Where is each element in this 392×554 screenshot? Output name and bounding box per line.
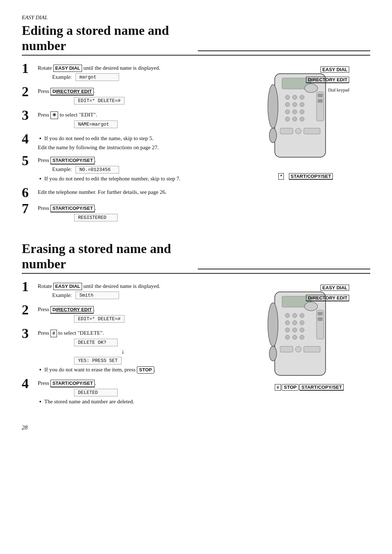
edit-step-6: 6 Edit the telephone number. For further… <box>22 187 230 199</box>
svg-rect-29 <box>318 317 323 321</box>
erase-step-3-display2: YES: PRESS SET <box>74 357 230 364</box>
edit-step-1-text: Rotate EASY DIAL until the desired name … <box>38 64 230 72</box>
edit-diagram-col: EASY DIAL DIRECTORY EDIT Dial keypad <box>237 63 370 227</box>
erase-diagram-col: EASY DIAL DIRECTORY EDIT <box>237 281 370 410</box>
edit-step-6-text: Edit the telephone number. For further d… <box>38 188 230 196</box>
erase-display-2: EDIT=* DELETE=# <box>74 315 124 323</box>
erase-step-2-content: Press DIRECTORY EDIT. EDIT=* DELETE=# <box>38 304 230 324</box>
erase-step-2: 2 Press DIRECTORY EDIT. EDIT=* DELETE=# <box>22 304 230 324</box>
svg-rect-28 <box>318 312 323 315</box>
svg-point-16 <box>285 117 290 121</box>
erase-step-3: 3 Press # to select "DELETE". DELETE OK?… <box>22 328 230 374</box>
start-copy-set-erase-label-box: START/COPY/SET <box>299 384 344 391</box>
edit-step-2: 2 Press DIRECTORY EDIT. EDIT=* DELETE=# <box>22 86 230 106</box>
edit-step-1-example: Example: margot <box>52 73 230 81</box>
svg-point-2 <box>269 128 277 143</box>
easy-dial-button-ref: EASY DIAL <box>53 65 82 72</box>
edit-step-7-text: Press START/COPY/SET. <box>38 204 230 212</box>
svg-point-1 <box>268 85 278 128</box>
svg-point-30 <box>285 313 290 318</box>
edit-step-3-display: NAME=margot <box>74 121 230 128</box>
stop-button-ref-inline: STOP <box>137 366 154 374</box>
erase-display-4: DELETED <box>74 389 118 396</box>
erase-step-2-text: Press DIRECTORY EDIT. <box>38 306 230 314</box>
erase-steps-col: 1 Rotate EASY DIAL until the desired nam… <box>22 281 230 410</box>
svg-point-10 <box>285 102 290 107</box>
edit-step-3-num: 3 <box>22 108 38 122</box>
edit-step-1: 1 Rotate EASY DIAL until the desired nam… <box>22 63 230 82</box>
easy-dial-ref-erase1: EASY DIAL <box>53 283 82 290</box>
edit-step-7-content: Press START/COPY/SET. REGISTERED <box>38 203 230 223</box>
svg-point-36 <box>285 328 290 332</box>
erase-step-2-num: 2 <box>22 303 38 317</box>
svg-point-38 <box>300 328 304 332</box>
svg-point-7 <box>285 95 290 99</box>
erase-phone-diagram: EASY DIAL DIRECTORY EDIT <box>260 285 347 391</box>
edit-step-3: 3 Press ✳ to select "EDIT". NAME=margot <box>22 110 230 129</box>
svg-point-43 <box>295 346 301 352</box>
svg-rect-6 <box>318 99 323 103</box>
erase-step-4-text: Press START/COPY/SET. <box>38 379 230 387</box>
erase-phone-svg <box>260 288 333 390</box>
stop-label-box: STOP <box>282 384 299 391</box>
hash-label-box: # <box>275 384 281 391</box>
svg-point-24 <box>268 303 278 346</box>
erase-display-3a: DELETE OK? <box>74 339 118 346</box>
edit-step-1-content: Rotate EASY DIAL until the desired name … <box>38 63 230 82</box>
erase-display-3b: YES: PRESS SET <box>74 357 122 364</box>
edit-step-7: 7 Press START/COPY/SET. REGISTERED <box>22 203 230 223</box>
edit-example-value-1: margot <box>75 73 119 81</box>
erase-step-2-display: EDIT=* DELETE=# <box>74 315 230 323</box>
edit-section-title: Editing a stored name and number <box>22 23 370 56</box>
erase-step-4-content: Press START/COPY/SET. DELETED The stored… <box>38 378 230 406</box>
edit-display-3: NAME=margot <box>74 121 118 128</box>
edit-step-3-content: Press ✳ to select "EDIT". NAME=margot <box>38 110 230 129</box>
easy-dial-label-box: EASY DIAL <box>320 66 349 73</box>
edit-step-2-text: Press DIRECTORY EDIT. <box>38 87 230 95</box>
edit-step-3-text: Press ✳ to select "EDIT". <box>38 111 230 119</box>
erase-section-container: 1 Rotate EASY DIAL until the desired nam… <box>22 281 370 410</box>
easy-dial-diagram-label: EASY DIAL <box>320 66 349 73</box>
dir-edit-diagram-label-erase: DIRECTORY EDIT <box>306 295 349 301</box>
hash-button-ref: # <box>50 330 57 337</box>
erase-step-3-arrow: ↓ <box>74 348 230 355</box>
edit-phone-diagram: EASY DIAL DIRECTORY EDIT Dial keypad <box>260 66 347 180</box>
svg-rect-5 <box>318 94 323 97</box>
svg-point-20 <box>295 128 301 134</box>
edit-step-7-num: 7 <box>22 201 38 215</box>
svg-point-34 <box>293 321 297 325</box>
directory-edit-button-ref-2: DIRECTORY EDIT <box>50 88 94 95</box>
edit-step-5: 5 Press START/COPY/SET. Example: NO.=012… <box>22 155 230 183</box>
start-copy-set-ref-erase4: START/COPY/SET <box>50 380 95 387</box>
edit-step-5-example: Example: NO.=0123456 <box>52 166 230 174</box>
svg-point-45 <box>305 302 318 311</box>
erase-step-1-example: Example: Smith <box>52 292 230 299</box>
svg-rect-21 <box>304 128 320 134</box>
star-label-box: * <box>278 173 284 180</box>
down-arrow: ↓ <box>121 348 124 355</box>
dir-edit-label-box-erase: DIRECTORY EDIT <box>306 295 349 301</box>
edit-phone-svg <box>260 70 333 179</box>
edit-step-5-text: Press START/COPY/SET. <box>38 156 230 164</box>
edit-step-2-display: EDIT=* DELETE=# <box>74 97 230 105</box>
svg-point-31 <box>293 313 297 318</box>
svg-point-14 <box>293 110 297 114</box>
example-label-1: Example: <box>52 74 72 80</box>
edit-step-5-bullet: If you do not need to edit the telephone… <box>44 175 230 183</box>
edit-example-value-5: NO.=0123456 <box>75 166 119 174</box>
svg-point-17 <box>293 117 297 121</box>
start-copy-set-label-box: START/COPY/SET <box>289 173 333 180</box>
edit-steps-col: 1 Rotate EASY DIAL until the desired nam… <box>22 63 230 227</box>
edit-step-5-content: Press START/COPY/SET. Example: NO.=01234… <box>38 155 230 183</box>
svg-point-41 <box>300 335 304 339</box>
svg-point-9 <box>300 95 304 99</box>
svg-rect-42 <box>280 346 293 352</box>
edit-display-2: EDIT=* DELETE=# <box>74 97 124 105</box>
erase-example-value-1: Smith <box>75 292 119 299</box>
dial-keypad-text: Dial keypad <box>328 87 349 93</box>
edit-step-2-content: Press DIRECTORY EDIT. EDIT=* DELETE=# <box>38 86 230 106</box>
start-copy-set-ref-7: START/COPY/SET <box>50 205 95 212</box>
svg-rect-19 <box>280 128 293 134</box>
erase-step-3-text: Press # to select "DELETE". <box>38 329 230 337</box>
page-number: 28 <box>22 424 370 431</box>
